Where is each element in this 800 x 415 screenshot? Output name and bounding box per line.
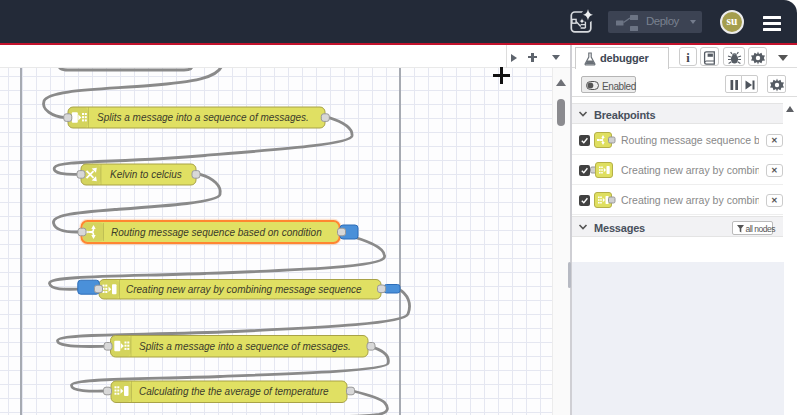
svg-text:Splits a message into a sequen: Splits a message into a sequence of mess… [97, 112, 309, 123]
svg-text:Kelvin to celcius: Kelvin to celcius [110, 169, 182, 180]
svg-text:Routing message sequence based: Routing message sequence based on condit… [111, 227, 322, 238]
svg-text:Creating new array by combinin: Creating new array by combining message … [126, 284, 362, 295]
svg-text:Calculating the the average of: Calculating the the average of temperatu… [139, 386, 329, 397]
svg-text:Splits a message into a sequen: Splits a message into a sequence of mess… [139, 341, 351, 352]
